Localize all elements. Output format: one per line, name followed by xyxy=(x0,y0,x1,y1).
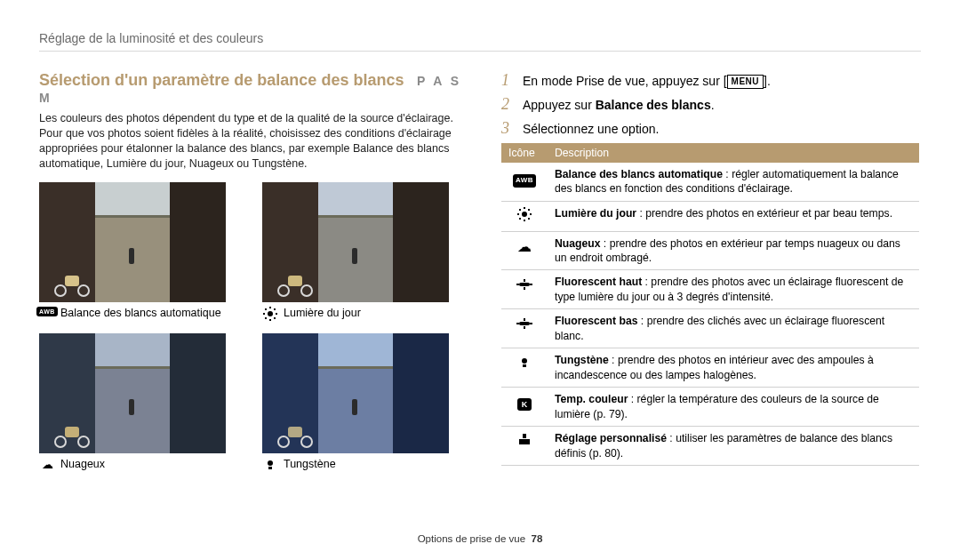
step-3: 3 Sélectionnez une option. xyxy=(501,119,919,138)
cloud-icon: ☁ xyxy=(501,231,548,270)
sun-icon xyxy=(263,307,277,321)
table-row: Lumière du jour : prendre des photos en … xyxy=(501,201,919,231)
fluorescent-low-icon xyxy=(516,318,532,329)
sample-daylight: Lumière du jour xyxy=(262,182,466,321)
cloud-icon: ☁ xyxy=(39,458,55,471)
kelvin-icon: K xyxy=(517,398,532,411)
breadcrumb: Réglage de la luminosité et des couleurs xyxy=(39,0,921,52)
table-row: Tungstène : prendre des photos en intéri… xyxy=(501,348,919,388)
intro-text: Les couleurs des photos dépendent du typ… xyxy=(39,111,466,172)
th-icon: Icône xyxy=(501,143,548,163)
caption-awb: Balance des blancs automatique xyxy=(60,307,221,319)
options-table: Icône Description AWBBalance des blancs … xyxy=(501,143,919,466)
caption-tungsten: Tungstène xyxy=(284,458,336,470)
custom-preset-icon xyxy=(517,434,532,446)
sun-icon xyxy=(517,207,532,221)
table-row: AWBBalance des blancs automatique : régl… xyxy=(501,163,919,201)
sample-cloudy: ☁Nuageux xyxy=(39,333,243,471)
table-row: Fluorescent haut : prendre des photos av… xyxy=(501,270,919,309)
menu-button-icon: MENU xyxy=(727,75,764,89)
sample-awb: AWBBalance des blancs automatique xyxy=(39,182,243,321)
awb-icon: AWB xyxy=(513,174,536,188)
section-title: Sélection d'un paramètre de balance des … xyxy=(39,71,404,89)
table-row: KTemp. couleur : régler la température d… xyxy=(501,388,919,427)
step-1: 1 En mode Prise de vue, appuyez sur [MEN… xyxy=(501,71,919,90)
sample-tungsten: Tungstène xyxy=(262,333,466,471)
th-desc: Description xyxy=(548,143,919,163)
awb-icon: AWB xyxy=(36,307,58,316)
page-footer: Options de prise de vue 78 xyxy=(0,533,960,544)
step-2: 2 Appuyez sur Balance des blancs. xyxy=(501,95,919,114)
table-row: Réglage personnalisé : utiliser les para… xyxy=(501,427,919,466)
fluorescent-high-icon xyxy=(516,279,532,290)
bulb-icon xyxy=(518,356,531,368)
table-row: ☁Nuageux : prendre des photos en extérie… xyxy=(501,231,919,270)
caption-daylight: Lumière du jour xyxy=(284,307,361,319)
caption-cloudy: Nuageux xyxy=(60,458,105,470)
bulb-icon xyxy=(264,458,276,470)
table-row: Fluorescent bas : prendre des clichés av… xyxy=(501,309,919,348)
